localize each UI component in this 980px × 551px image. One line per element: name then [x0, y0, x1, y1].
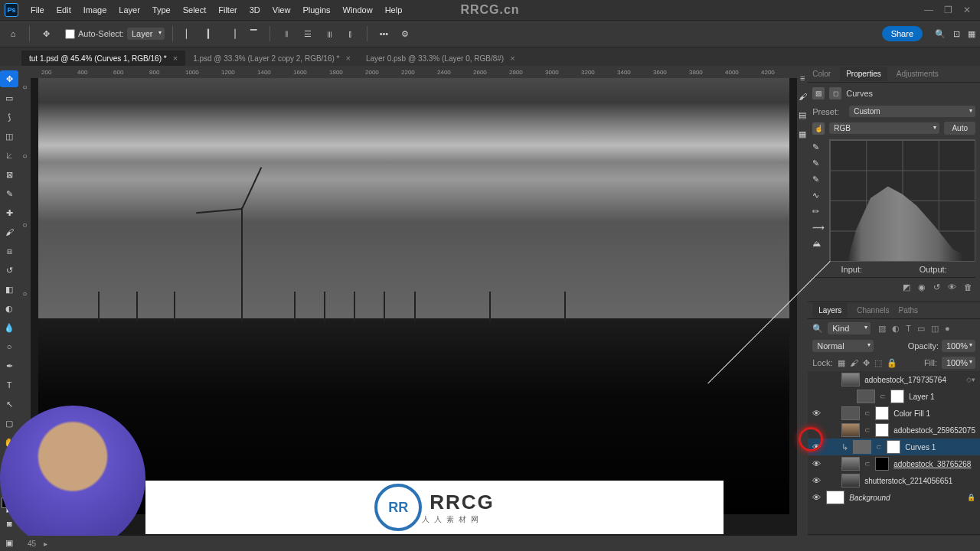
pen-tool[interactable]: ✒ — [0, 357, 18, 374]
sample-white-icon[interactable]: ✎ — [812, 142, 825, 152]
visibility-icon[interactable]: 👁 — [812, 493, 822, 502]
layer-row[interactable]: 👁⊂adobestock_38765268 — [808, 455, 980, 472]
menu-edit[interactable]: Edit — [51, 5, 77, 15]
distribute-v-icon[interactable]: ☰ — [299, 25, 316, 42]
history-brush-tool[interactable]: ↺ — [0, 262, 18, 279]
auto-select-checkbox[interactable] — [65, 29, 75, 39]
layer-row[interactable]: ⊂Layer 1 — [808, 388, 980, 405]
move-tool-icon[interactable]: ✥ — [38, 25, 54, 42]
brush-tool[interactable]: 🖌 — [0, 223, 18, 240]
libraries-panel-icon[interactable]: ▦ — [799, 129, 806, 139]
reset-icon[interactable]: ↺ — [933, 282, 940, 292]
eyedropper-tool[interactable]: ✎ — [0, 185, 18, 202]
filter-toggle-icon[interactable]: ● — [945, 324, 950, 334]
brush-panel-icon[interactable]: 🖌 — [799, 92, 807, 101]
dodge-tool[interactable]: ○ — [0, 338, 18, 355]
distribute-4-icon[interactable]: ⫿ — [342, 25, 359, 42]
menu-3d[interactable]: 3D — [243, 5, 266, 15]
menu-layer[interactable]: Layer — [113, 5, 146, 15]
clip-to-layer-icon[interactable]: ◩ — [903, 282, 910, 292]
close-icon[interactable]: × — [510, 54, 514, 63]
filter-kind-icon[interactable]: 🔍 — [812, 324, 823, 334]
lock-position-icon[interactable]: ✥ — [863, 358, 870, 368]
doc-tab-1[interactable]: 1.psd @ 33.3% (Layer 2 copy 2, RGB/16) *… — [185, 51, 358, 66]
menu-type[interactable]: Type — [146, 5, 177, 15]
workspace-icon[interactable]: ▦ — [968, 29, 975, 39]
window-minimize-icon[interactable]: — — [924, 5, 933, 15]
menu-image[interactable]: Image — [77, 5, 113, 15]
filter-pixel-icon[interactable]: ▧ — [878, 324, 886, 334]
channel-dropdown[interactable]: RGB — [829, 122, 939, 134]
doc-tab-2[interactable]: Layer 0.psb @ 33.3% (Layer 0, RGB/8#)× — [358, 51, 523, 66]
blur-tool[interactable]: 💧 — [0, 319, 18, 336]
history-panel-icon[interactable]: ≡ — [800, 73, 805, 83]
3d-mode-icon[interactable]: ⚙ — [397, 25, 413, 42]
align-left-icon[interactable]: ▏ — [181, 25, 198, 42]
sample-gray-icon[interactable]: ✎ — [812, 158, 825, 168]
lock-all-icon[interactable]: 🔒 — [887, 358, 897, 368]
screen-mode-icon[interactable]: ▣ — [0, 534, 18, 551]
filter-adjust-icon[interactable]: ◐ — [892, 324, 900, 334]
layer-row[interactable]: 👁Background🔒 — [808, 489, 980, 506]
crop-tool[interactable]: ⟀ — [0, 147, 18, 164]
visibility-icon[interactable]: 👁 — [812, 459, 822, 468]
tab-paths[interactable]: Paths — [899, 306, 919, 315]
visibility-icon[interactable]: 👁 — [812, 476, 822, 485]
eraser-tool[interactable]: ◧ — [0, 281, 18, 298]
tab-adjustments[interactable]: Adjustments — [897, 70, 939, 78]
window-close-icon[interactable]: ✕ — [963, 5, 971, 15]
targeted-adjust-icon[interactable]: ☝ — [812, 122, 825, 135]
blend-mode-dropdown[interactable]: Normal — [812, 340, 874, 352]
search-icon[interactable]: 🔍 — [935, 29, 946, 39]
toggle-visibility-icon[interactable]: 👁 — [948, 282, 956, 292]
lock-transparent-icon[interactable]: ▦ — [838, 358, 845, 368]
layer-row[interactable]: ⊂adobestock_259652075 — [808, 422, 980, 439]
align-center-h-icon[interactable]: ▎ — [202, 25, 219, 42]
filter-kind-dropdown[interactable]: Kind — [828, 322, 871, 334]
menu-file[interactable]: File — [24, 5, 51, 15]
window-maximize-icon[interactable]: ❐ — [944, 5, 952, 15]
lasso-tool[interactable]: ⟆ — [0, 109, 18, 126]
layer-row[interactable]: 👁shutterstock_2214056651 — [808, 472, 980, 489]
filter-shape-icon[interactable]: ▭ — [917, 324, 925, 334]
distribute-3-icon[interactable]: ⫼ — [321, 25, 338, 42]
delete-adjustment-icon[interactable]: 🗑 — [964, 282, 972, 292]
frame-tool[interactable]: ⊠ — [0, 166, 18, 183]
tab-layers[interactable]: Layers — [812, 303, 848, 318]
menu-window[interactable]: Window — [337, 5, 379, 15]
layer-row[interactable]: adobestock_179735764◇▾ — [808, 371, 980, 388]
zoom-value[interactable]: 45 — [28, 540, 36, 548]
tab-channels[interactable]: Channels — [857, 306, 889, 315]
preset-dropdown[interactable]: Custom — [849, 106, 975, 117]
path-select-tool[interactable]: ↖ — [0, 396, 18, 412]
visibility-icon[interactable]: 👁 — [812, 409, 822, 418]
align-top-icon[interactable]: ▔ — [245, 25, 262, 42]
lock-artboard-icon[interactable]: ⬚ — [874, 358, 882, 368]
fill-value[interactable]: 100% — [942, 357, 975, 369]
type-tool[interactable]: T — [0, 377, 18, 393]
menu-plugins[interactable]: Plugins — [296, 5, 336, 15]
menu-select[interactable]: Select — [177, 5, 213, 15]
layer-row[interactable]: 👁↳⊂Curves 1 — [808, 439, 980, 455]
shape-tool[interactable]: ▢ — [0, 415, 18, 432]
curves-graph[interactable] — [829, 139, 975, 262]
tab-color[interactable]: Color — [812, 70, 831, 78]
close-icon[interactable]: × — [173, 54, 178, 63]
home-icon[interactable]: ⌂ — [5, 25, 21, 42]
sample-black-icon[interactable]: ✎ — [812, 174, 825, 184]
share-button[interactable]: Share — [882, 26, 923, 41]
visibility-icon[interactable]: 👁 — [812, 442, 822, 452]
doc-tab-0[interactable]: tut 1.psd @ 45.4% (Curves 1, RGB/16) *× — [21, 51, 185, 66]
menu-view[interactable]: View — [266, 5, 297, 15]
distribute-h-icon[interactable]: ⫴ — [278, 25, 295, 42]
object-select-tool[interactable]: ◫ — [0, 128, 18, 145]
view-previous-icon[interactable]: ◉ — [918, 282, 926, 292]
more-options-icon[interactable]: ••• — [375, 25, 392, 42]
tab-properties[interactable]: Properties — [840, 67, 887, 81]
layer-row[interactable]: 👁⊂Color Fill 1 — [808, 405, 980, 422]
align-right-icon[interactable]: ▕ — [224, 25, 240, 42]
menu-help[interactable]: Help — [379, 5, 409, 15]
move-tool[interactable]: ✥ — [0, 70, 18, 87]
menu-filter[interactable]: Filter — [212, 5, 243, 15]
pencil-mode-icon[interactable]: ✏ — [812, 207, 825, 217]
